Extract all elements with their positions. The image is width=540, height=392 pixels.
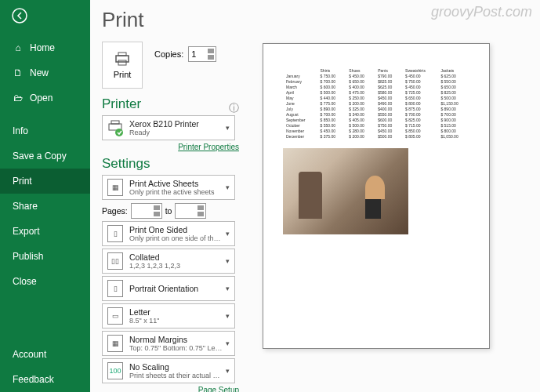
pages-to-label: to [165,206,172,216]
printer-properties-link[interactable]: Printer Properties [102,143,239,151]
one-sided-icon: ▯ [107,225,123,242]
printer-icon [114,51,131,67]
sidebar-item-label: Home [30,42,55,53]
sidebar-item-open[interactable]: 🗁Open [0,85,90,111]
sidebar-item-print[interactable]: Print [0,169,90,194]
sidebar-item-save-copy[interactable]: Save a Copy [0,143,90,169]
pages-label: Pages: [102,206,128,216]
scaling-dropdown[interactable]: 100 No Scaling Print sheets at their act… [102,358,235,383]
sidebar-item-label: Save a Copy [13,151,67,162]
paper-dropdown[interactable]: ▭ Letter 8.5" x 11" [102,303,235,328]
sidebar-item-export[interactable]: Export [0,219,90,244]
scaling-icon: 100 [107,362,123,379]
sidebar-item-publish[interactable]: Publish [0,244,90,269]
margins-dropdown[interactable]: ▦ Normal Margins Top: 0.75" Bottom: 0.75… [102,331,235,356]
copies-spinner[interactable]: 1 [188,46,216,62]
main-panel: Print Print Copies: 1 Printer ⓘ Xerox B2… [90,0,540,392]
printer-section-title: Printer [102,96,239,112]
copies-label: Copies: [154,49,183,59]
watermark: groovyPost.com [431,4,532,20]
printer-status: Ready [129,129,199,136]
page-setup-link[interactable]: Page Setup [102,386,239,392]
sidebar-item-account[interactable]: Account [0,342,90,367]
sidebar-item-label: Open [30,93,53,103]
orientation-dropdown[interactable]: ▯ Portrait Orientation [102,276,235,301]
page-title: Print [102,8,239,32]
svg-rect-5 [111,121,119,124]
pages-from-spinner[interactable] [131,203,162,219]
sidebar-item-home[interactable]: ⌂Home [0,35,90,60]
svg-rect-1 [116,56,129,62]
settings-section-title: Settings [102,156,239,172]
paper-icon: ▭ [107,307,123,325]
sheets-icon: ▦ [107,179,123,196]
print-button-label: Print [114,70,132,79]
open-icon: 🗁 [13,93,24,103]
collated-icon: ▯▯ [107,252,123,270]
preview-column: ShirtsShoesPantsSweatshirtsJackets Janua… [247,0,540,392]
pages-to-spinner[interactable] [175,203,206,219]
margins-icon: ▦ [107,335,123,352]
preview-table: ShirtsShoesPantsSweatshirtsJackets Janua… [283,67,469,139]
sidebar-item-label: Close [13,276,37,287]
sidebar-item-share[interactable]: Share [0,194,90,219]
sidebar-item-label: Account [13,349,46,360]
printer-dropdown[interactable]: Xerox B210 Printer Ready [102,115,235,140]
sidebar-item-new[interactable]: 🗋New [0,60,90,85]
print-button[interactable]: Print [102,42,143,89]
sidebar-item-label: Print [13,176,32,187]
printer-name: Xerox B210 Printer [129,119,199,129]
sidebar-item-close[interactable]: Close [0,269,90,294]
info-icon[interactable]: ⓘ [229,101,239,115]
printer-status-icon [107,119,123,136]
svg-point-0 [13,9,27,23]
svg-point-6 [115,129,123,136]
sidebar-item-label: Info [13,125,28,136]
sidebar-item-label: Export [13,226,40,237]
home-icon: ⌂ [13,42,24,53]
portrait-icon: ▯ [107,280,123,297]
sidebar-item-feedback[interactable]: Feedback [0,367,90,392]
print-preview-page: ShirtsShoesPantsSweatshirtsJackets Janua… [263,43,490,349]
sidebar-item-label: Publish [13,251,43,262]
sidebar-item-info[interactable]: Info [0,118,90,143]
new-icon: 🗋 [13,67,24,78]
preview-embedded-image [283,148,408,234]
svg-rect-3 [118,60,126,65]
sidebar-item-label: Share [13,201,38,212]
sidebar-item-label: Feedback [13,374,54,385]
backstage-sidebar: ⌂Home 🗋New 🗁Open Info Save a Copy Print … [0,0,90,392]
sided-dropdown[interactable]: ▯ Print One Sided Only print on one side… [102,221,235,246]
settings-column: Print Print Copies: 1 Printer ⓘ Xerox B2… [90,0,247,392]
sidebar-item-label: New [30,67,49,78]
collated-dropdown[interactable]: ▯▯ Collated 1,2,3 1,2,3 1,2,3 [102,249,235,274]
back-button[interactable] [0,0,90,35]
print-what-dropdown[interactable]: ▦ Print Active Sheets Only print the act… [102,175,235,200]
